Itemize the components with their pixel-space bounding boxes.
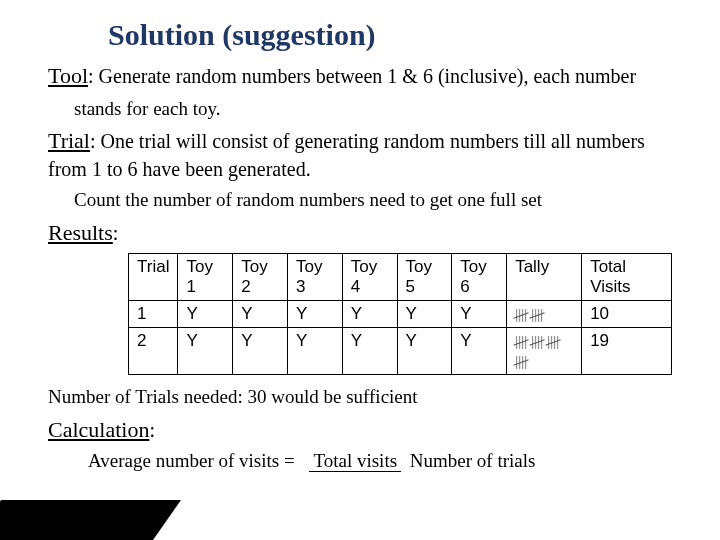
cell-t2: Y bbox=[233, 328, 288, 375]
col-toy2: Toy 2 bbox=[233, 254, 288, 301]
slide-title: Solution (suggestion) bbox=[108, 18, 672, 52]
cell-t4: Y bbox=[342, 328, 397, 375]
fraction-numerator: Total visits bbox=[309, 450, 401, 472]
calculation-label: Calculation bbox=[48, 417, 149, 442]
cell-tally: |||||||||||||||| bbox=[507, 328, 582, 375]
cell-t5: Y bbox=[397, 328, 452, 375]
col-total: Total Visits bbox=[582, 254, 672, 301]
tool-text: : Generate random numbers between 1 & 6 … bbox=[88, 65, 636, 87]
table-row: 2YYYYYY||||||||||||||||19 bbox=[129, 328, 672, 375]
cell-t3: Y bbox=[288, 328, 343, 375]
results-colon: : bbox=[113, 222, 119, 244]
cell-t1: Y bbox=[178, 328, 233, 375]
results-header: Results: bbox=[48, 219, 672, 248]
trial-section: Trial: One trial will consist of generat… bbox=[48, 127, 672, 182]
col-trial: Trial bbox=[129, 254, 178, 301]
cell-t1: Y bbox=[178, 301, 233, 328]
tool-cont: stands for each toy. bbox=[74, 97, 672, 122]
table-header-row: Trial Toy 1 Toy 2 Toy 3 Toy 4 Toy 5 Toy … bbox=[129, 254, 672, 301]
cell-t3: Y bbox=[288, 301, 343, 328]
table-row: 1YYYYYY||||||||10 bbox=[129, 301, 672, 328]
col-toy5: Toy 5 bbox=[397, 254, 452, 301]
calculation-expression: Average number of visits = Total visits … bbox=[88, 450, 672, 472]
col-toy3: Toy 3 bbox=[288, 254, 343, 301]
footer-decoration bbox=[0, 480, 170, 540]
trial-text: : One trial will consist of generating r… bbox=[48, 130, 645, 180]
fraction: Total visits Number of trials bbox=[309, 450, 539, 472]
cell-t6: Y bbox=[452, 301, 507, 328]
col-tally: Tally bbox=[507, 254, 582, 301]
cell-t5: Y bbox=[397, 301, 452, 328]
cell-t2: Y bbox=[233, 301, 288, 328]
trials-needed: Number of Trials needed: 30 would be suf… bbox=[48, 385, 672, 410]
cell-trial: 2 bbox=[129, 328, 178, 375]
calculation-header: Calculation: bbox=[48, 416, 672, 445]
cell-t6: Y bbox=[452, 328, 507, 375]
calc-lhs: Average number of visits = bbox=[88, 450, 295, 471]
cell-tally: |||||||| bbox=[507, 301, 582, 328]
trial-cont: Count the number of random numbers need … bbox=[74, 188, 672, 213]
tool-section: Tool: Generate random numbers between 1 … bbox=[48, 62, 672, 91]
col-toy1: Toy 1 bbox=[178, 254, 233, 301]
results-table: Trial Toy 1 Toy 2 Toy 3 Toy 4 Toy 5 Toy … bbox=[128, 253, 672, 375]
trial-label: Trial bbox=[48, 128, 90, 153]
fraction-denominator: Number of trials bbox=[406, 450, 540, 471]
cell-total: 10 bbox=[582, 301, 672, 328]
calculation-colon: : bbox=[149, 419, 155, 441]
col-toy4: Toy 4 bbox=[342, 254, 397, 301]
cell-t4: Y bbox=[342, 301, 397, 328]
tool-label: Tool bbox=[48, 63, 88, 88]
results-label: Results bbox=[48, 220, 113, 245]
cell-trial: 1 bbox=[129, 301, 178, 328]
col-toy6: Toy 6 bbox=[452, 254, 507, 301]
cell-total: 19 bbox=[582, 328, 672, 375]
